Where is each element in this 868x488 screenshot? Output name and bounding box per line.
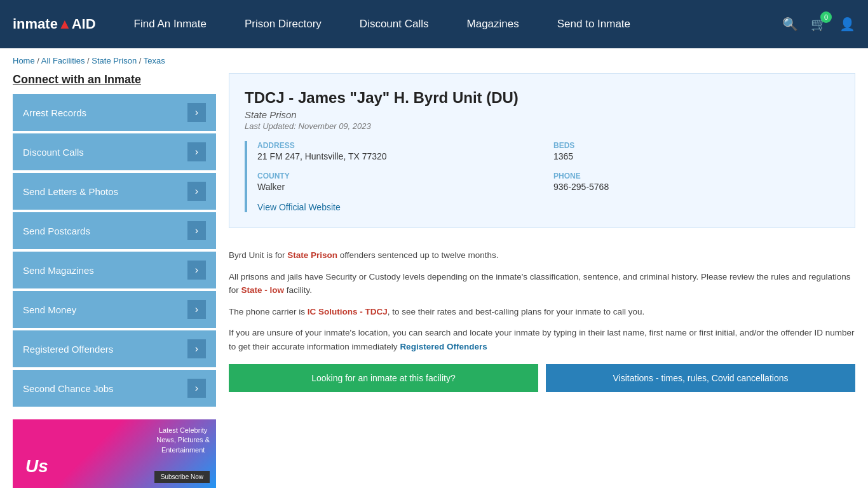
visitations-button[interactable]: Visitations - times, rules, Covid cancel… <box>546 364 855 392</box>
county-value: Walker <box>257 182 543 192</box>
ad-subscribe-button[interactable]: Subscribe Now <box>154 471 210 483</box>
breadcrumb: Home / All Facilities / State Prison / T… <box>0 48 868 73</box>
arrow-icon: › <box>187 221 206 240</box>
facility-updated: Last Updated: November 09, 2023 <box>245 121 839 131</box>
registered-offenders-link[interactable]: Registered Offenders <box>400 342 487 351</box>
cart-icon[interactable]: 🛒 0 <box>811 17 827 32</box>
main-nav: Find An Inmate Prison Directory Discount… <box>115 0 782 48</box>
sidebar-item-send-money[interactable]: Send Money › <box>13 291 216 328</box>
facility-details-section: ADDRESS 21 FM 247, Huntsville, TX 77320 … <box>245 141 839 212</box>
arrow-icon: › <box>187 339 206 358</box>
desc-2: All prisons and jails have Security or C… <box>229 270 855 297</box>
nav-send-to-inmate[interactable]: Send to Inmate <box>538 0 649 48</box>
phone-label: PHONE <box>553 172 839 180</box>
sidebar-item-arrest-records[interactable]: Arrest Records › <box>13 94 216 131</box>
sidebar-title: Connect with an Inmate <box>13 73 216 86</box>
arrow-icon: › <box>187 261 206 280</box>
nav-magazines[interactable]: Magazines <box>448 0 538 48</box>
sidebar-item-registered-offenders[interactable]: Registered Offenders › <box>13 330 216 367</box>
phone-group: PHONE 936-295-5768 <box>553 172 839 192</box>
ad-text: Latest Celebrity News, Pictures & Entert… <box>156 426 210 455</box>
ad-logo: Us <box>25 456 48 477</box>
nav-discount-calls[interactable]: Discount Calls <box>341 0 448 48</box>
sidebar-item-send-magazines[interactable]: Send Magazines › <box>13 252 216 288</box>
desc-4: If you are unsure of your inmate's locat… <box>229 326 855 353</box>
arrow-icon: › <box>187 103 206 122</box>
logo-text: inmate▲AID <box>13 16 96 32</box>
phone-value: 936-295-5768 <box>553 182 839 192</box>
sidebar-item-discount-calls[interactable]: Discount Calls › <box>13 133 216 170</box>
facility-title: TDCJ - James "Jay" H. Byrd Unit (DU) <box>245 89 839 107</box>
facility-details: ADDRESS 21 FM 247, Huntsville, TX 77320 … <box>257 141 839 192</box>
county-label: COUNTY <box>257 172 543 180</box>
main-content: TDCJ - James "Jay" H. Byrd Unit (DU) Sta… <box>229 73 855 488</box>
address-label: ADDRESS <box>257 141 543 150</box>
facility-card: TDCJ - James "Jay" H. Byrd Unit (DU) Sta… <box>229 73 855 228</box>
arrow-icon: › <box>187 182 206 201</box>
breadcrumb-texas[interactable]: Texas <box>144 56 165 65</box>
header: inmate▲AID Find An Inmate Prison Directo… <box>0 0 868 48</box>
state-low-link[interactable]: State - low <box>241 285 285 295</box>
arrow-icon: › <box>187 300 206 319</box>
ad-banner[interactable]: Us Latest Celebrity News, Pictures & Ent… <box>13 419 216 488</box>
breadcrumb-state-prison[interactable]: State Prison <box>92 56 137 65</box>
cart-badge: 0 <box>820 11 832 23</box>
breadcrumb-home[interactable]: Home <box>13 56 35 65</box>
beds-label: BEDS <box>553 141 839 150</box>
official-website-link[interactable]: View Official Website <box>257 202 341 212</box>
desc-1: Byrd Unit is for State Prison offenders … <box>229 248 855 262</box>
desc-3: The phone carrier is IC Solutions - TDCJ… <box>229 305 855 319</box>
main-layout: Connect with an Inmate Arrest Records › … <box>0 73 868 488</box>
state-prison-link[interactable]: State Prison <box>287 250 337 260</box>
header-actions: 🔍 🛒 0 👤 <box>782 17 855 32</box>
description-section: Byrd Unit is for State Prison offenders … <box>229 238 855 402</box>
county-group: COUNTY Walker <box>257 172 543 192</box>
find-inmate-button[interactable]: Looking for an inmate at this facility? <box>229 364 538 392</box>
address-group: ADDRESS 21 FM 247, Huntsville, TX 77320 <box>257 141 543 161</box>
beds-value: 1365 <box>553 151 839 161</box>
arrow-icon: › <box>187 379 206 398</box>
nav-prison-directory[interactable]: Prison Directory <box>226 0 341 48</box>
sidebar-item-send-postcards[interactable]: Send Postcards › <box>13 212 216 249</box>
ic-solutions-link[interactable]: IC Solutions - TDCJ <box>308 307 388 316</box>
sidebar: Connect with an Inmate Arrest Records › … <box>13 73 216 488</box>
nav-find-inmate[interactable]: Find An Inmate <box>115 0 226 48</box>
breadcrumb-all-facilities[interactable]: All Facilities <box>41 56 85 65</box>
logo[interactable]: inmate▲AID <box>13 16 96 32</box>
action-buttons: Looking for an inmate at this facility? … <box>229 364 855 392</box>
sidebar-item-send-letters[interactable]: Send Letters & Photos › <box>13 173 216 210</box>
user-icon[interactable]: 👤 <box>839 17 855 32</box>
facility-type: State Prison <box>245 109 839 120</box>
beds-group: BEDS 1365 <box>553 141 839 161</box>
search-icon[interactable]: 🔍 <box>782 17 798 32</box>
address-value: 21 FM 247, Huntsville, TX 77320 <box>257 151 543 161</box>
arrow-icon: › <box>187 142 206 161</box>
sidebar-item-second-chance-jobs[interactable]: Second Chance Jobs › <box>13 370 216 407</box>
